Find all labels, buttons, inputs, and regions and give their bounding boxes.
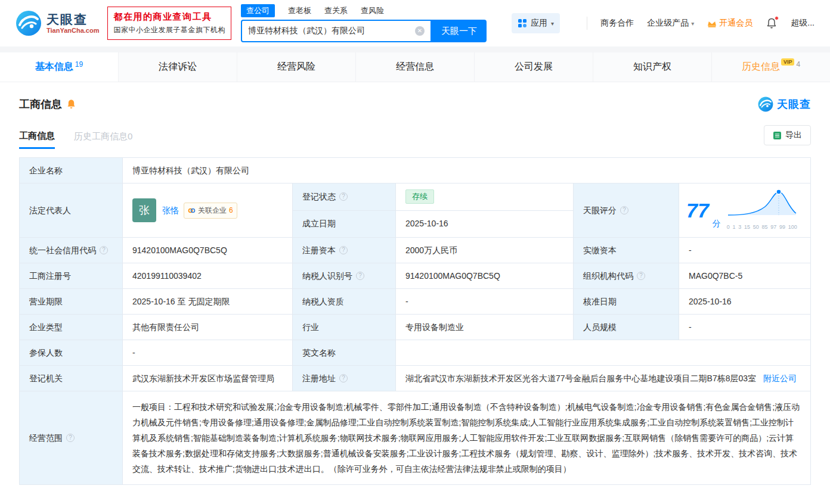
help-icon[interactable]: ? [339,374,348,382]
brand-name: 天眼查 [47,13,99,26]
business-cooperation-link[interactable]: 商务合作 [600,18,634,29]
open-vip-link[interactable]: 开通会员 [707,18,752,29]
export-button[interactable]: 导出 [764,125,811,145]
staff-size-value: - [679,315,810,340]
help-icon[interactable]: ? [339,246,348,254]
divider [587,17,587,30]
tab-count: 4 [796,60,800,69]
field-label-score: 天眼评分 ? [574,183,679,237]
field-label-reg-status: 登记状态 ? [293,183,396,210]
enterprise-products-label: 企业级产品 [647,18,689,29]
enterprise-products-link[interactable]: 企业级产品 ▾ [647,18,694,29]
notification-dot [775,16,779,20]
help-icon[interactable]: ? [339,192,348,201]
legal-rep-name-link[interactable]: 张恪 [162,204,179,217]
field-label-approval-date: 核准日期 [574,289,679,314]
promo-line1: 都在用的商业查询工具 [113,11,225,23]
field-label-english-name: 英文名称 [293,340,396,365]
tab-history-info[interactable]: 历史信息 VIP 4 [712,52,830,82]
company-detail-tabs: 基本信息 19 法律诉讼 经营风险 经营信息 公司发展 知识产权 历史信息 VI… [0,52,830,82]
apps-menu[interactable]: 应用 ▾ [512,13,560,33]
brand-domain: TianYanCha.com [47,27,99,34]
legal-rep-avatar[interactable]: 张 [132,198,156,222]
tab-intellectual-property[interactable]: 知识产权 [593,52,712,82]
help-icon[interactable]: ? [356,272,364,280]
subscribe-bell-icon[interactable] [66,99,76,110]
english-name-value [396,340,810,365]
table-row: 参保人数 - 英文名称 [20,340,810,366]
search-button[interactable]: 天眼一下 [432,20,487,42]
tianyancha-logo-icon [16,10,42,36]
tab-company-development[interactable]: 公司发展 [475,52,593,82]
field-label-company-type: 企业类型 [20,315,123,340]
tab-count: 19 [75,60,83,69]
table-row: 企业名称 博亚特材科技（武汉）有限公司 [20,158,810,183]
tianyancha-logo-icon [758,97,773,112]
tab-operation-risk[interactable]: 经营风险 [237,52,356,82]
field-label-industry: 行业 [293,315,396,340]
promo-line2: 国家中小企业发展子基金旗下机构 [113,25,225,35]
crown-icon [707,20,717,27]
company-name-value: 博亚特材科技（武汉）有限公司 [123,158,810,183]
term-value: 2025-10-16 至 无固定期限 [123,289,293,314]
chevron-down-icon: ▾ [691,20,694,27]
field-label-credit-code: 统一社会信用代码 ? [20,238,123,263]
field-label-term: 营业期限 [20,289,123,314]
export-label: 导出 [785,130,802,141]
table-row: 法定代表人 张 张恪 关联企业 6 [20,183,810,238]
score-number: 77 [686,200,709,220]
search-tab-boss[interactable]: 查老板 [288,5,311,16]
org-code-value: MAG0Q7BC-5 [679,263,810,288]
field-label-address: 注册地址 ? [293,366,396,391]
tab-operation-info[interactable]: 经营信息 [356,52,475,82]
tab-legal-proceedings[interactable]: 法律诉讼 [119,52,237,82]
score-axis: 0131550859799100 [727,221,797,234]
field-label-reg-capital: 注册资本 ? [293,238,396,263]
legal-rep-value: 张 张恪 关联企业 6 [123,183,293,237]
search-tabs: 查公司 查老板 查关系 查风险 [241,4,487,17]
field-label-scope: 经营范围 ? [20,391,123,484]
tianyancha-logo[interactable]: 天眼查 TianYanCha.com [16,10,99,36]
apps-label: 应用 [531,18,547,29]
clear-search-icon[interactable]: ✕ [415,26,425,36]
search-tab-risk[interactable]: 查风险 [361,5,384,16]
related-companies-count: 6 [229,204,233,217]
tab-basic-info[interactable]: 基本信息 19 [0,52,119,82]
field-label-insured: 参保人数 [20,340,123,365]
address-value: 湖北省武汉市东湖新技术开发区光谷大道77号金融后台服务中心基地建设项目二期B7栋… [396,366,810,391]
field-label-staff-size: 人员规模 [574,315,679,340]
notifications-bell[interactable] [766,17,778,29]
super-vip-link[interactable]: 超级... [791,18,814,29]
search-tab-company[interactable]: 查公司 [241,4,275,17]
status-badge: 存续 [405,189,434,204]
open-vip-label: 开通会员 [719,18,752,29]
chevron-down-icon: ▾ [551,20,554,27]
help-icon[interactable]: ? [100,246,108,254]
table-row: 工商注册号 420199110039402 纳税人识别号 ? 91420100M… [20,263,810,289]
field-label-authority: 登记机关 [20,366,123,391]
tab-label: 基本信息 [35,61,73,73]
search-tab-relation[interactable]: 查关系 [324,5,348,16]
business-scope-value: 一般项目：工程和技术研究和试验发展;冶金专用设备制造;机械零件、零部件加工;通用… [123,391,810,484]
subtab-history-business-info[interactable]: 历史工商信息0 [74,131,132,149]
company-search-input[interactable] [248,26,415,36]
field-label-legal-rep: 法定代表人 [20,183,123,237]
field-label-reg-no: 工商注册号 [20,263,123,288]
credit-code-value: 91420100MAG0Q7BC5Q [123,238,293,263]
table-row: 企业类型 其他有限责任公司 行业 专用设备制造业 人员规模 - [20,315,810,340]
subtab-business-info[interactable]: 工商信息 [19,130,55,149]
field-label-company-name: 企业名称 [20,158,123,183]
field-label-establish-date: 成立日期 [293,211,396,238]
search-box: ✕ [241,20,432,42]
insured-value: - [123,340,293,365]
section-title: 工商信息 [19,97,62,111]
related-companies-badge[interactable]: 关联企业 6 [184,203,237,219]
search-block: 查公司 查老板 查关系 查风险 ✕ 天眼一下 [241,4,487,42]
help-icon[interactable]: ? [620,206,628,214]
help-icon[interactable]: ? [66,434,75,442]
approval-date-value: 2025-10-16 [679,289,810,314]
help-icon[interactable]: ? [637,272,645,280]
promo-banner: 都在用的商业查询工具 国家中小企业发展子基金旗下机构 [107,7,231,40]
nearby-companies-link[interactable]: 附近公司 [763,374,797,383]
field-label-taxpayer-no: 纳税人识别号 ? [293,263,396,288]
